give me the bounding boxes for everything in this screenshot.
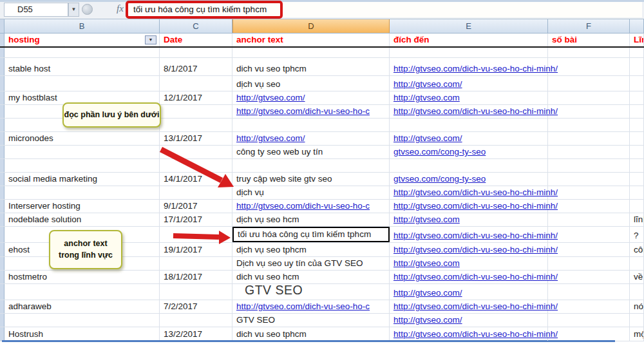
cell-E20[interactable]: http://gtvseo.com/: [390, 314, 548, 327]
cell-G6[interactable]: [630, 119, 644, 131]
cell-F19[interactable]: [548, 300, 630, 313]
cell-E17[interactable]: http://gtvseo.com/dich-vu-seo-ho-chi-min…: [390, 271, 548, 283]
cell-D12[interactable]: http://gtvseo.com/dich-vu-seo-ho-c: [232, 200, 390, 213]
header-hosting[interactable]: hosting ▼: [5, 33, 160, 46]
cell-G14[interactable]: ?: [630, 227, 644, 242]
cell-D1[interactable]: [232, 48, 390, 57]
cell-F1[interactable]: [548, 48, 630, 57]
cell-C18[interactable]: [160, 284, 232, 300]
cell-C13[interactable]: 17/1/2017: [160, 213, 232, 226]
cell-D5[interactable]: http://gtvseo.com/dich-vu-seo-ho-c: [232, 105, 390, 118]
name-box[interactable]: D55: [4, 3, 68, 17]
cell-B12[interactable]: Interserver hosting: [5, 200, 160, 213]
cell-D2[interactable]: dich vu seo tphcm: [232, 58, 390, 75]
cell-F10[interactable]: [548, 173, 630, 186]
cell-E3[interactable]: http://gtvseo.com/: [390, 76, 548, 91]
cell-C20[interactable]: [160, 314, 232, 327]
cell-D3[interactable]: dịch vụ seo: [232, 76, 390, 91]
cell-B8[interactable]: [5, 146, 160, 158]
cell-D9[interactable]: [232, 159, 390, 172]
cell-F14[interactable]: [548, 227, 630, 242]
cell-E9[interactable]: [390, 159, 548, 172]
cell-G12[interactable]: [630, 200, 644, 213]
cell-B3[interactable]: [5, 76, 160, 91]
cell-G2[interactable]: [630, 58, 644, 75]
cell-B10[interactable]: social media marketing: [5, 173, 160, 186]
cell-G7[interactable]: [630, 132, 644, 145]
cell-D16[interactable]: Dịch vụ seo uy tín của GTV SEO: [232, 257, 390, 270]
cell-C6[interactable]: [160, 119, 232, 131]
column-header-E[interactable]: E: [390, 19, 548, 33]
cell-G17[interactable]: về: [630, 271, 644, 283]
cell-B18[interactable]: [5, 284, 160, 300]
cell-B21[interactable]: Hostrush: [5, 327, 160, 341]
cell-F20[interactable]: [548, 314, 630, 327]
cell-G10[interactable]: [630, 173, 644, 186]
cell-G13[interactable]: lĩnh: [630, 213, 644, 226]
cell-F2[interactable]: [548, 58, 630, 75]
cell-C9[interactable]: [160, 159, 232, 172]
cell-F6[interactable]: [548, 119, 630, 131]
cell-G11[interactable]: [630, 186, 644, 199]
cell-C17[interactable]: 18/1/2017: [160, 271, 232, 283]
name-box-dropdown-icon[interactable]: ▼: [68, 3, 79, 17]
cell-B13[interactable]: nodeblade solution: [5, 213, 160, 226]
cell-F3[interactable]: [548, 76, 630, 91]
cell-C3[interactable]: [160, 76, 232, 91]
cell-G21[interactable]: một: [630, 327, 644, 341]
cell-C21[interactable]: 13/2/2017: [160, 327, 232, 341]
column-header-D[interactable]: D: [232, 19, 390, 33]
cell-D6[interactable]: [232, 119, 390, 131]
cell-F12[interactable]: [548, 200, 630, 213]
cell-B7[interactable]: micronodes: [5, 132, 160, 145]
cell-F13[interactable]: [548, 213, 630, 226]
cell-D17[interactable]: dich vu seo hcm: [232, 271, 390, 283]
cell-G9[interactable]: [630, 159, 644, 172]
cell-G18[interactable]: [630, 284, 644, 300]
cell-F4[interactable]: [548, 91, 630, 104]
cell-F8[interactable]: [548, 146, 630, 158]
cell-G8[interactable]: [630, 146, 644, 158]
cell-C10[interactable]: 14/1/2017: [160, 173, 232, 186]
cell-D4[interactable]: http://gtvseo.com/: [232, 91, 390, 104]
header-anchor-text[interactable]: anchor text: [232, 33, 390, 46]
cell-E19[interactable]: http://gtvseo.com/dich-vu-seo-ho-chi-min…: [390, 300, 548, 313]
cell-C11[interactable]: [160, 186, 232, 199]
cell-G20[interactable]: [630, 314, 644, 327]
cell-B20[interactable]: [5, 314, 160, 327]
cell-C14[interactable]: [160, 227, 232, 242]
cell-B11[interactable]: [5, 186, 160, 199]
cell-D13[interactable]: dịch vụ seo hcm: [232, 213, 390, 226]
cell-E8[interactable]: gtvseo.com/cong-ty-seo: [390, 146, 548, 158]
column-header-F[interactable]: F: [548, 19, 630, 33]
cell-C5[interactable]: [160, 105, 232, 118]
cell-E4[interactable]: http://gtvseo.com: [390, 91, 548, 104]
cell-B9[interactable]: [5, 159, 160, 172]
cell-E1[interactable]: [390, 48, 548, 57]
cell-E16[interactable]: http://gtvseo.com: [390, 257, 548, 270]
cell-G5[interactable]: [630, 105, 644, 118]
header-linh-vuc[interactable]: Lĩnh vực: [630, 33, 644, 46]
cell-B17[interactable]: hostmetro: [5, 271, 160, 283]
cell-F9[interactable]: [548, 159, 630, 172]
cell-C2[interactable]: 8/1/2017: [160, 58, 232, 75]
cell-G3[interactable]: [630, 76, 644, 91]
cell-C19[interactable]: 7/2/2017: [160, 300, 232, 313]
cell-D8[interactable]: công ty seo web uy tín: [232, 146, 390, 158]
cell-F7[interactable]: [548, 132, 630, 145]
column-header-G[interactable]: [630, 19, 644, 33]
cell-D11[interactable]: dịch vụ: [232, 186, 390, 199]
cell-C4[interactable]: 12/1/2017: [160, 91, 232, 104]
cell-E12[interactable]: http://gtvseo.com/dich-vu-seo-ho-chi-min…: [390, 200, 548, 213]
cell-E10[interactable]: gtvseo.com/cong-ty-seo: [390, 173, 548, 186]
header-dich-den[interactable]: đích đến: [390, 33, 548, 46]
cell-E2[interactable]: http://gtvseo.com/dich-vu-seo-ho-chi-min…: [390, 58, 548, 75]
insert-function-icon[interactable]: [82, 4, 93, 15]
cell-E21[interactable]: http://gtvseo.com/dich-vu-seo-ho-chi-min…: [390, 327, 548, 341]
cell-D7[interactable]: http://gtvseo.com/: [232, 132, 390, 145]
cell-D15[interactable]: dịch vụ seo tphcm: [232, 243, 390, 256]
cell-C12[interactable]: 9/1/2017: [160, 200, 232, 213]
filter-dropdown-button[interactable]: ▼: [145, 35, 156, 44]
cell-F16[interactable]: [548, 257, 630, 270]
header-so-bai[interactable]: số bài: [548, 33, 630, 46]
